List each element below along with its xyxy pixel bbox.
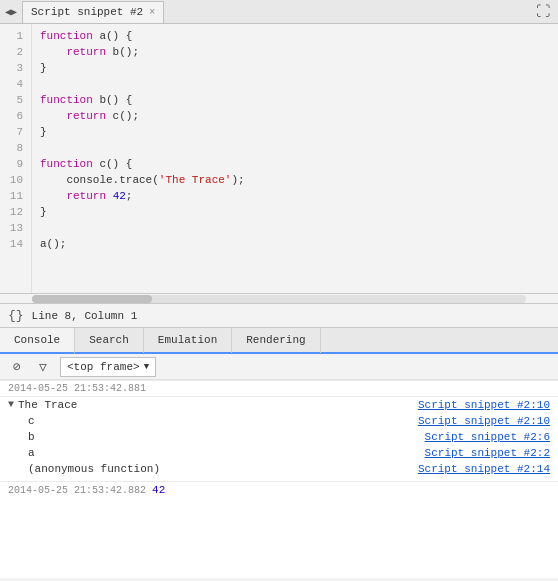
script-tab[interactable]: Script snippet #2 ×	[22, 1, 164, 23]
log-value-timestamp: 2014-05-25 21:53:42.882	[8, 485, 146, 496]
console-output: 2014-05-25 21:53:42.881▼The TraceScript …	[0, 380, 558, 578]
code-line: }	[40, 204, 550, 220]
line-numbers: 1234567891011121314	[0, 24, 32, 293]
log-value-entry: 2014-05-25 21:53:42.88242	[0, 481, 558, 498]
tab-emulation[interactable]: Emulation	[144, 327, 232, 353]
code-line: }	[40, 60, 550, 76]
braces-icon: {}	[8, 308, 24, 323]
code-content[interactable]: function a() { return b();}function b() …	[32, 24, 558, 293]
trace-child-row: aScript snippet #2:2	[28, 447, 550, 463]
trace-child-text: c	[28, 415, 418, 427]
scrollbar-thumb[interactable]	[32, 295, 152, 303]
code-line: return 42;	[40, 188, 550, 204]
status-bar: {} Line 8, Column 1	[0, 304, 558, 328]
filter-button[interactable]: ▽	[34, 358, 52, 376]
log-trace-row: ▼The TraceScript snippet #2:10	[8, 399, 550, 415]
frame-label: <top frame>	[67, 361, 140, 373]
code-line	[40, 76, 550, 92]
tab-console[interactable]: Console	[0, 328, 75, 354]
frame-arrow: ▼	[144, 362, 149, 372]
code-line: }	[40, 124, 550, 140]
line-number: 11	[0, 188, 23, 204]
line-number: 9	[0, 156, 23, 172]
line-number: 2	[0, 44, 23, 60]
code-line: console.trace('The Trace');	[40, 172, 550, 188]
expand-icon[interactable]: ⛶	[536, 4, 554, 20]
nav-arrows-icon[interactable]: ◀▶	[4, 5, 18, 19]
line-number: 6	[0, 108, 23, 124]
code-line: a();	[40, 236, 550, 252]
bottom-panel: ConsoleSearchEmulationRendering ⊘ ▽ <top…	[0, 328, 558, 578]
trace-child-row: cScript snippet #2:10	[28, 415, 550, 431]
scrollbar-track	[32, 295, 526, 303]
line-number: 8	[0, 140, 23, 156]
clear-console-button[interactable]: ⊘	[8, 358, 26, 376]
code-line	[40, 220, 550, 236]
trace-label: The Trace	[18, 399, 418, 411]
tab-search[interactable]: Search	[75, 327, 144, 353]
trace-child-row: (anonymous function)Script snippet #2:14	[28, 463, 550, 479]
cursor-position: Line 8, Column 1	[32, 310, 138, 322]
line-number: 4	[0, 76, 23, 92]
trace-child-text: a	[28, 447, 425, 459]
editor-scrollbar[interactable]	[0, 294, 558, 304]
code-line	[40, 140, 550, 156]
code-line: return c();	[40, 108, 550, 124]
console-tab-bar: ConsoleSearchEmulationRendering	[0, 328, 558, 354]
close-tab-button[interactable]: ×	[149, 7, 155, 18]
console-toolbar: ⊘ ▽ <top frame> ▼	[0, 354, 558, 380]
trace-child-link[interactable]: Script snippet #2:2	[425, 447, 550, 459]
trace-child-text: b	[28, 431, 425, 443]
log-timestamp: 2014-05-25 21:53:42.881	[0, 380, 558, 396]
code-line: function c() {	[40, 156, 550, 172]
trace-child-row: bScript snippet #2:6	[28, 431, 550, 447]
trace-expand-icon[interactable]: ▼	[8, 399, 14, 410]
line-number: 1	[0, 28, 23, 44]
frame-selector[interactable]: <top frame> ▼	[60, 357, 156, 377]
trace-link[interactable]: Script snippet #2:10	[418, 399, 550, 411]
line-number: 13	[0, 220, 23, 236]
title-bar: ◀▶ Script snippet #2 × ⛶	[0, 0, 558, 24]
trace-child-text: (anonymous function)	[28, 463, 418, 475]
code-line: function b() {	[40, 92, 550, 108]
tab-title: Script snippet #2	[31, 6, 143, 18]
code-line: function a() {	[40, 28, 550, 44]
line-number: 7	[0, 124, 23, 140]
line-number: 5	[0, 92, 23, 108]
log-trace: ▼The TraceScript snippet #2:10cScript sn…	[0, 396, 558, 481]
line-number: 12	[0, 204, 23, 220]
tab-rendering[interactable]: Rendering	[232, 327, 320, 353]
code-line: return b();	[40, 44, 550, 60]
line-number: 14	[0, 236, 23, 252]
trace-child-link[interactable]: Script snippet #2:10	[418, 415, 550, 427]
code-editor: 1234567891011121314 function a() { retur…	[0, 24, 558, 294]
log-value: 42	[152, 484, 165, 496]
trace-child-link[interactable]: Script snippet #2:6	[425, 431, 550, 443]
line-number: 3	[0, 60, 23, 76]
devtools-panel: ◀▶ Script snippet #2 × ⛶ 123456789101112…	[0, 0, 558, 581]
trace-child-link[interactable]: Script snippet #2:14	[418, 463, 550, 475]
line-number: 10	[0, 172, 23, 188]
